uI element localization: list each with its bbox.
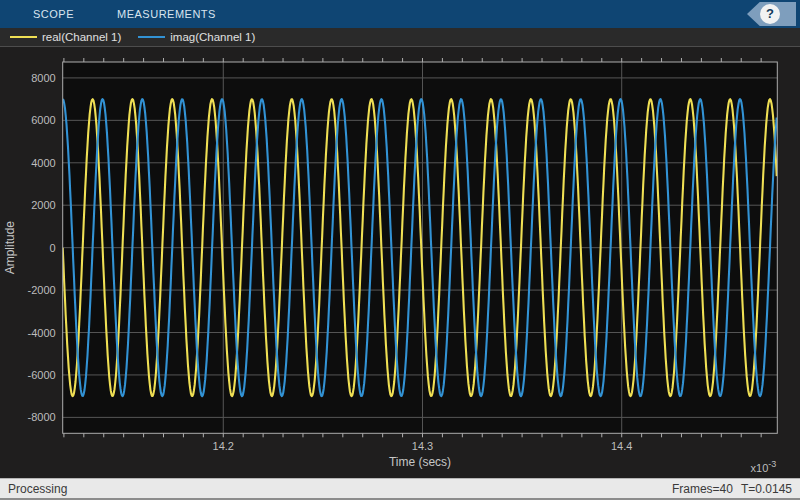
x-tick-label: 14.3: [412, 440, 433, 452]
scope-axes[interactable]: 14.214.314.4-8000-6000-4000-200002000400…: [0, 48, 800, 478]
status-frames: Frames=40: [672, 482, 733, 496]
y-tick-label: -2000: [28, 284, 56, 296]
y-tick-label: -6000: [28, 369, 56, 381]
y-tick-label: -4000: [28, 327, 56, 339]
tab-scope[interactable]: SCOPE: [16, 0, 91, 28]
y-tick-label: 4000: [31, 157, 55, 169]
x-axis-label: Time (secs): [389, 455, 451, 469]
toolstrip-tabbar: SCOPE MEASUREMENTS ?: [0, 0, 800, 28]
y-tick-label: 0: [50, 242, 56, 254]
legend-item-imag[interactable]: imag(Channel 1): [138, 31, 255, 43]
real-line-sample-icon: [10, 36, 37, 38]
plot-area[interactable]: 14.214.314.4-8000-6000-4000-200002000400…: [0, 48, 800, 478]
help-button[interactable]: ?: [747, 2, 796, 26]
status-message: Processing: [8, 482, 67, 496]
scope-window: SCOPE MEASUREMENTS ? real(Channel 1) ima…: [0, 0, 800, 500]
y-tick-label: 6000: [31, 114, 55, 126]
x-tick-label: 14.4: [611, 440, 632, 452]
status-counters: Frames=40 T=0.0145: [672, 482, 792, 496]
x-axis-multiplier: x10-3: [751, 459, 777, 474]
status-bar: Processing Frames=40 T=0.0145: [0, 478, 800, 500]
y-axis-label: Amplitude: [3, 221, 17, 275]
y-tick-label: -8000: [28, 411, 56, 423]
legend-label-imag: imag(Channel 1): [170, 31, 255, 43]
x-tick-label: 14.2: [213, 440, 234, 452]
legend-label-real: real(Channel 1): [42, 31, 121, 43]
tab-measurements[interactable]: MEASUREMENTS: [100, 0, 233, 28]
imag-line-sample-icon: [138, 36, 165, 38]
status-time: T=0.0145: [741, 482, 792, 496]
legend-bar: real(Channel 1) imag(Channel 1): [0, 28, 800, 47]
help-icon[interactable]: ?: [760, 4, 780, 24]
y-tick-label: 8000: [31, 72, 55, 84]
legend-item-real[interactable]: real(Channel 1): [10, 31, 121, 43]
y-tick-label: 2000: [31, 199, 55, 211]
